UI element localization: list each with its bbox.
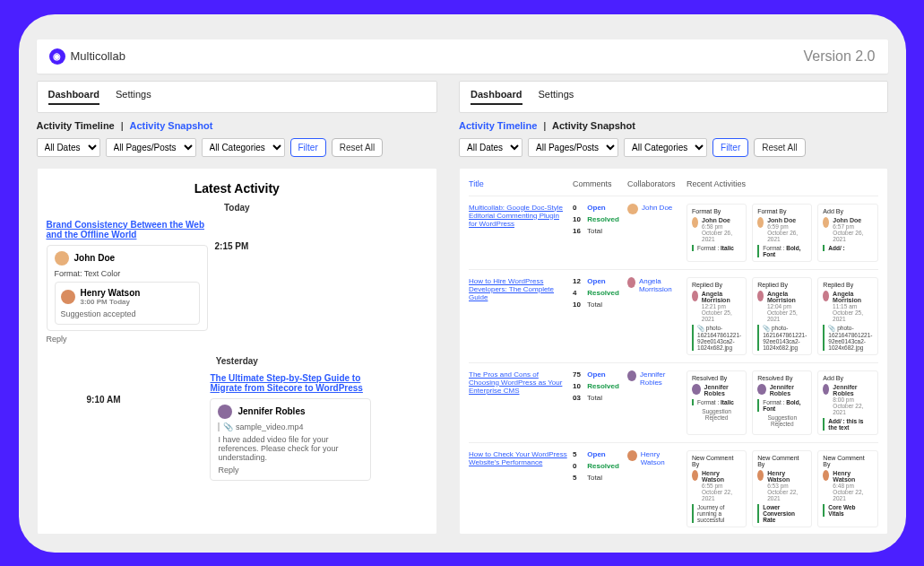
tab-settings[interactable]: Settings [539, 89, 574, 105]
activity-card: Replied ByAngela Morrision11:15 am Octob… [817, 277, 877, 355]
latest-activity-card: Latest Activity Today Brand Consistency … [37, 168, 438, 535]
filter-button[interactable]: Filter [290, 138, 326, 157]
nested-user: Henry Watson [81, 288, 141, 298]
open-label[interactable]: Open [587, 450, 605, 458]
avatar-icon [823, 291, 829, 301]
activity-label: Add By [823, 208, 872, 214]
activity-detail: Lower Conversion Rate [757, 504, 807, 523]
avatar-icon [692, 470, 698, 481]
activity-card: New Comment ByHenry Watson6:53 pm Octobe… [752, 450, 812, 527]
resolved-label[interactable]: Resolved [587, 462, 619, 470]
format-line: Format: Text Color [55, 269, 200, 278]
row-collaborator: John Doe [627, 204, 681, 262]
table-row: The Pros and Cons of Choosing WordPress … [469, 363, 877, 443]
avatar-icon [218, 405, 232, 419]
post-link[interactable]: The Ultimate Step-by-Step Guide to Migra… [210, 373, 371, 393]
row-post-link[interactable]: Multicollab: Google Doc-Style Editorial … [469, 204, 567, 262]
activity-ts: 12:21 pm October 25, 2021 [702, 303, 741, 322]
activity-detail: Format : Bold, Font [757, 245, 807, 257]
activity-ts: 6:48 pm October 22, 2021 [833, 483, 872, 501]
col-collab: Collaborators [627, 179, 681, 188]
latest-activity-title: Latest Activity [47, 181, 428, 196]
open-label[interactable]: Open [587, 370, 605, 379]
activity-card: New Comment ByHenry Watson6:48 pm Octobe… [817, 450, 877, 527]
tab-settings[interactable]: Settings [116, 89, 151, 105]
activity-card: John Doe Format: Text Color Henry Watson… [47, 245, 208, 331]
file-name[interactable]: sample_video.mp4 [236, 422, 304, 431]
post-link[interactable]: Brand Consistency Between the Web and th… [47, 220, 208, 239]
activity-ts: 6:55 pm October 22, 2021 [702, 483, 741, 501]
activity-label: Format By [692, 208, 741, 214]
activity-ts: 6:53 pm October 22, 2021 [767, 483, 807, 501]
subnav-snapshot-link[interactable]: Activity Snapshot [130, 120, 213, 131]
activity-card: Replied ByAngela Morrision12:21 pm Octob… [687, 277, 747, 355]
reply-link[interactable]: Reply [47, 335, 208, 344]
row-post-link[interactable]: How to Check Your WordPress Website's Pe… [469, 450, 567, 527]
activity-detail: Journey of running a successful [692, 504, 741, 523]
activity-ts: 6:59 pm October 26, 2021 [767, 223, 807, 242]
activity-label: New Comment By [757, 455, 807, 467]
activity-detail: Format : Bold, Font [757, 399, 807, 412]
row-post-link[interactable]: How to Hire WordPress Developers: The Co… [469, 277, 567, 355]
open-label[interactable]: Open [587, 204, 605, 212]
avatar-icon [627, 204, 638, 214]
resolved-label[interactable]: Resolved [587, 215, 619, 223]
avatar-icon [823, 384, 829, 395]
activity-user: Jennifer Robles [770, 384, 807, 396]
avatar-icon [55, 251, 69, 266]
tab-dashboard[interactable]: Dashboard [48, 89, 99, 105]
subnav-timeline-link[interactable]: Activity Timeline [459, 120, 537, 131]
activity-detail: Format : Italic [692, 399, 741, 405]
reply-link[interactable]: Reply [218, 466, 363, 475]
tab-dashboard[interactable]: Dashboard [471, 89, 522, 105]
col-title[interactable]: Title [469, 179, 567, 188]
open-label[interactable]: Open [587, 277, 605, 285]
avatar-icon [823, 217, 829, 228]
activity-ts: 6:58 pm October 26, 2021 [702, 223, 741, 242]
tabs-right: Dashboard Settings [459, 81, 887, 113]
activity-label: Replied By [757, 282, 807, 288]
day-yesterday: Yesterday [47, 356, 428, 366]
activity-extra: Suggestion Rejected [757, 414, 807, 427]
total-label: Total [587, 474, 602, 482]
resolved-label[interactable]: Resolved [587, 289, 619, 297]
activity-ts: 6:57 pm October 26, 2021 [833, 223, 872, 242]
activity-user: John Doe [702, 217, 741, 223]
avatar-icon [692, 384, 701, 395]
filters-left: All Dates All Pages/Posts All Categories… [37, 138, 438, 157]
activity-label: Add By [823, 375, 872, 381]
row-post-link[interactable]: The Pros and Cons of Choosing WordPress … [469, 370, 567, 435]
col-comments: Comments [573, 179, 622, 188]
row-comments: 75 Open10 Resolved03 Total [573, 370, 622, 435]
filter-pages[interactable]: All Pages/Posts [528, 138, 618, 157]
avatar-icon [757, 384, 766, 395]
filter-dates[interactable]: All Dates [459, 138, 522, 157]
subnav-snapshot[interactable]: Activity Snapshot [552, 120, 635, 131]
app-header: ◉ Multicollab Version 2.0 [37, 39, 888, 74]
subnav-left: Activity Timeline | Activity Snapshot [37, 120, 438, 131]
activity-user: Jennifer Robles [704, 384, 742, 396]
reset-button[interactable]: Reset All [754, 138, 805, 157]
activity-user: John Doe [833, 217, 872, 223]
subnav-timeline[interactable]: Activity Timeline [37, 120, 115, 131]
avatar-icon [692, 291, 698, 301]
nested-ts: 3:00 PM Today [81, 298, 141, 306]
timeline-entry: 9:10 AM The Ultimate Step-by-Step Guide … [47, 373, 428, 481]
entry-time: 2:15 PM [215, 220, 249, 251]
filter-button[interactable]: Filter [712, 138, 748, 157]
total-label: Total [587, 394, 602, 402]
activity-label: New Comment By [823, 455, 872, 467]
entry-time: 9:10 AM [87, 373, 121, 405]
activity-detail: Core Web Vitals [823, 504, 872, 517]
filter-categories[interactable]: All Categories [624, 138, 707, 157]
activity-detail: Add/ : this is the text [823, 418, 872, 431]
resolved-label[interactable]: Resolved [587, 382, 619, 390]
filter-pages[interactable]: All Pages/Posts [106, 138, 196, 157]
activity-card: Resolved ByJennifer RoblesFormat : Itali… [687, 370, 747, 435]
activity-extra: Suggestion Rejected [692, 408, 741, 421]
reset-button[interactable]: Reset All [332, 138, 383, 157]
filter-dates[interactable]: All Dates [37, 138, 100, 157]
filter-categories[interactable]: All Categories [202, 138, 285, 157]
row-collaborator: Jennifer Robles [627, 370, 681, 435]
brand: ◉ Multicollab [49, 48, 125, 65]
